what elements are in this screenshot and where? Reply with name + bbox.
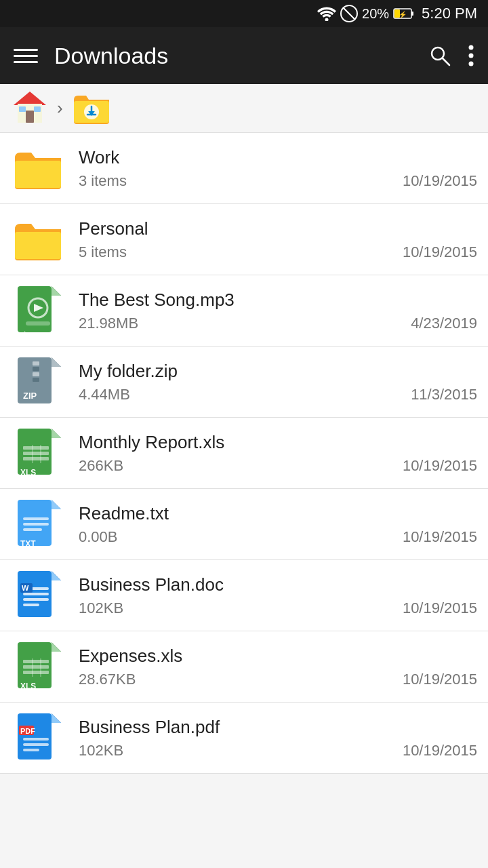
svg-rect-59 — [23, 593, 49, 595]
file-info: Personal 5 items 10/19/2015 — [79, 218, 477, 261]
file-date: 10/19/2015 — [403, 172, 477, 190]
svg-line-2 — [343, 7, 355, 20]
svg-rect-52 — [23, 523, 49, 526]
svg-rect-24 — [15, 232, 61, 259]
file-size: 4.44MB — [79, 386, 130, 403]
file-size: 0.00B — [79, 528, 118, 546]
file-name: Personal — [79, 218, 477, 239]
svg-rect-28 — [26, 321, 50, 326]
list-item[interactable]: TXT Readme.txt 0.00B 10/19/2015 — [0, 489, 488, 560]
file-info: Monthly Report.xls 266KB 10/19/2015 — [79, 432, 477, 475]
svg-point-10 — [469, 54, 474, 58]
file-icon-txt: TXT — [11, 497, 65, 551]
svg-rect-73 — [18, 713, 52, 760]
file-date: 10/19/2015 — [403, 742, 477, 760]
svg-marker-50 — [52, 500, 61, 509]
breadcrumb: › — [0, 84, 488, 133]
battery-percent: 20% — [362, 6, 389, 22]
file-info: Business Plan.pdf 102KB 10/19/2015 — [79, 717, 477, 760]
svg-text:XLS: XLS — [20, 682, 36, 691]
svg-text:♪: ♪ — [23, 329, 26, 336]
downloads-folder-icon — [71, 89, 112, 125]
svg-marker-12 — [14, 92, 46, 105]
svg-rect-79 — [23, 743, 49, 746]
svg-marker-57 — [52, 571, 61, 580]
list-item[interactable]: ♪ The Best Song.mp3 21.98MB 4/23/2019 — [0, 275, 488, 347]
svg-marker-33 — [52, 357, 61, 367]
file-icon-folder — [11, 212, 65, 267]
file-info: Business Plan.doc 102KB 10/19/2015 — [79, 574, 477, 617]
file-name: Readme.txt — [79, 503, 477, 524]
list-item[interactable]: Work 3 items 10/19/2015 — [0, 133, 488, 204]
svg-rect-53 — [23, 528, 42, 531]
file-name: The Best Song.mp3 — [79, 290, 477, 311]
svg-text:XLS: XLS — [20, 468, 36, 477]
svg-text:ZIP: ZIP — [23, 391, 37, 401]
file-icon-mp3: ♪ — [11, 283, 65, 338]
breadcrumb-downloads-folder[interactable] — [71, 89, 112, 128]
home-icon — [11, 89, 49, 125]
svg-rect-42 — [23, 446, 49, 450]
search-icon — [428, 44, 451, 67]
app-bar: Downloads — [0, 27, 488, 84]
list-item[interactable]: Personal 5 items 10/19/2015 — [0, 204, 488, 275]
file-size: 102KB — [79, 742, 123, 760]
svg-point-9 — [469, 45, 474, 50]
list-item[interactable]: W Business Plan.doc 102KB 10/19/2015 — [0, 560, 488, 631]
file-size: 5 items — [79, 243, 127, 261]
svg-rect-4 — [411, 12, 413, 16]
svg-marker-27 — [52, 286, 61, 296]
file-size: 28.67KB — [79, 671, 136, 688]
app-bar-actions — [428, 44, 474, 67]
svg-rect-67 — [23, 660, 49, 663]
svg-rect-69 — [23, 671, 49, 674]
list-item[interactable]: XLS Expenses.xls 28.67KB 10/19/2015 — [0, 631, 488, 703]
file-date: 10/19/2015 — [403, 671, 477, 688]
file-info: Expenses.xls 28.67KB 10/19/2015 — [79, 646, 477, 688]
svg-rect-80 — [23, 749, 39, 751]
status-icons: 20% ⚡ 5:20 PM — [317, 5, 477, 22]
page-title: Downloads — [54, 43, 412, 69]
battery-icon: ⚡ — [393, 7, 415, 20]
time-display: 5:20 PM — [422, 5, 477, 22]
svg-text:PDF: PDF — [20, 727, 35, 735]
breadcrumb-home[interactable] — [11, 89, 49, 128]
svg-rect-68 — [23, 665, 49, 669]
search-button[interactable] — [428, 44, 451, 67]
svg-marker-41 — [52, 429, 61, 438]
status-bar: 20% ⚡ 5:20 PM — [0, 0, 488, 27]
file-name: Expenses.xls — [79, 646, 477, 667]
svg-rect-44 — [23, 457, 49, 460]
svg-point-11 — [469, 62, 474, 66]
list-item[interactable]: PDF Business Plan.pdf 102KB 10/19/2015 — [0, 703, 488, 774]
file-icon-xls: XLS — [11, 639, 65, 694]
file-icon-xls: XLS — [11, 426, 65, 480]
svg-text:TXT: TXT — [20, 539, 36, 549]
wifi-icon — [317, 6, 336, 21]
file-size: 102KB — [79, 599, 123, 617]
file-info: My folder.zip 4.44MB 11/3/2015 — [79, 361, 477, 403]
list-item[interactable]: XLS Monthly Report.xls 266KB 10/19/2015 — [0, 418, 488, 489]
file-name: Monthly Report.xls — [79, 432, 477, 453]
file-date: 11/3/2015 — [411, 386, 477, 403]
svg-rect-51 — [23, 517, 49, 520]
svg-text:⚡: ⚡ — [399, 10, 407, 19]
svg-line-8 — [443, 58, 449, 65]
list-item[interactable]: ZIP My folder.zip 4.44MB 11/3/2015 — [0, 347, 488, 418]
file-size: 21.98MB — [79, 315, 138, 332]
file-icon-doc: W — [11, 568, 65, 623]
svg-point-0 — [325, 18, 329, 22]
file-size: 3 items — [79, 172, 127, 190]
file-icon-folder — [11, 141, 65, 195]
file-icon-zip: ZIP — [11, 355, 65, 409]
file-date: 10/19/2015 — [403, 457, 477, 475]
file-list: Work 3 items 10/19/2015 Personal 5 items… — [0, 133, 488, 774]
file-info: Readme.txt 0.00B 10/19/2015 — [79, 503, 477, 546]
dnd-icon — [340, 5, 358, 22]
svg-rect-14 — [26, 111, 34, 123]
svg-rect-35 — [33, 367, 39, 371]
more-options-button[interactable] — [468, 44, 474, 67]
menu-button[interactable] — [14, 49, 38, 63]
svg-rect-61 — [23, 604, 39, 606]
svg-marker-66 — [52, 642, 61, 652]
